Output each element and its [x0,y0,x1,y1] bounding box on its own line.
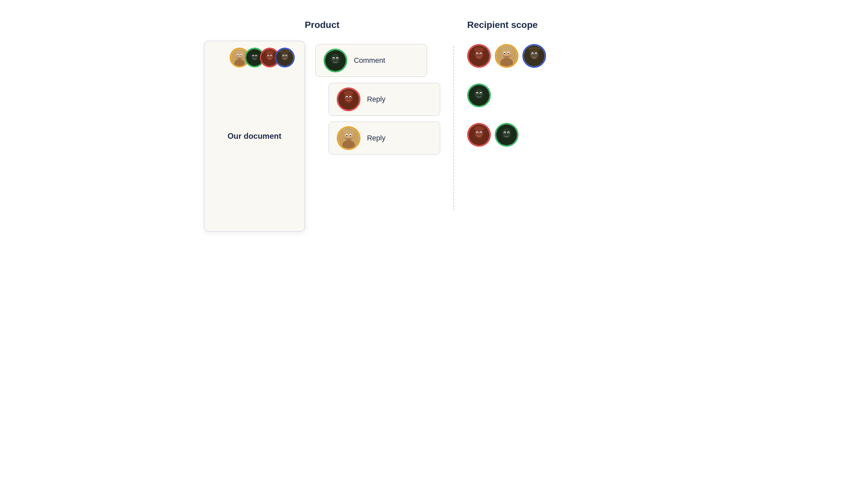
svg-point-72 [507,53,509,54]
svg-point-83 [474,89,484,99]
svg-point-31 [286,56,287,57]
page-container: Product [204,20,664,231]
comments-section: Comment [315,41,440,154]
svg-point-62 [476,54,478,55]
svg-point-30 [283,56,284,57]
svg-point-16 [251,51,258,55]
avatar-r2-1 [467,84,491,107]
svg-point-56 [343,128,354,134]
reply-card-2[interactable]: Reply [329,122,440,154]
avatar-r3-1 [467,123,491,147]
svg-point-75 [530,50,538,59]
document-card: Our document [204,41,305,231]
svg-point-95 [480,133,481,134]
recipient-row-3 [467,123,546,147]
svg-point-15 [256,56,256,57]
svg-point-46 [349,97,351,98]
svg-point-54 [346,135,347,136]
face-icon-f4 [276,49,293,66]
recipient-title: Recipient scope [467,20,538,30]
document-card-title: Our document [227,132,281,141]
svg-point-80 [535,54,536,55]
avatar-comment [323,49,347,72]
avatar-r1-1 [467,44,491,68]
recipient-row-2 [467,84,546,107]
svg-point-24 [266,50,274,54]
face-r3-1-icon [468,124,490,145]
section-divider [454,46,454,210]
face-comment-icon [325,50,346,71]
svg-point-88 [480,93,481,94]
face-r1-2-icon [496,46,517,66]
svg-point-14 [253,56,254,57]
product-title: Product [305,20,340,30]
avatar-r1-2 [495,44,519,68]
reply-card-1[interactable]: Reply [329,83,440,116]
recipient-rows [467,41,546,147]
comment-label: Comment [354,56,385,65]
svg-point-71 [504,53,505,54]
face-r2-1-icon [468,85,490,106]
svg-point-96 [474,126,484,131]
svg-point-64 [474,47,484,52]
face-reply1-icon [338,89,359,110]
avatar-doc-4 [275,48,295,67]
svg-point-102 [504,133,505,134]
avatar-reply-1 [337,87,361,111]
svg-point-23 [271,56,272,57]
avatar-r3-2 [495,123,519,147]
svg-point-55 [349,135,351,136]
avatar-r1-3 [522,44,546,68]
face-r1-3-icon [524,46,545,66]
svg-point-26 [282,52,288,60]
comment-card[interactable]: Comment [315,44,427,77]
recipient-row-1 [467,44,546,68]
svg-point-73 [501,46,512,52]
svg-point-8 [235,50,244,54]
svg-point-63 [480,54,481,55]
svg-point-34 [331,54,340,64]
svg-point-79 [532,54,533,55]
svg-point-38 [333,58,334,59]
svg-point-39 [336,58,338,59]
svg-point-94 [476,133,478,134]
face-r1-1-icon [468,46,490,66]
svg-point-87 [476,93,478,94]
document-wrapper: Our document [204,41,440,231]
reply-2-label: Reply [367,134,385,142]
svg-point-47 [344,90,353,95]
svg-point-6 [238,55,239,56]
document-avatars [230,48,295,67]
svg-point-98 [502,128,511,139]
recipient-section: Recipient scope [467,20,664,147]
face-r3-2-icon [496,124,517,145]
reply-1-label: Reply [367,95,385,104]
svg-point-103 [507,133,509,134]
face-reply2-icon [338,127,359,149]
product-section: Product [204,20,440,231]
svg-point-22 [268,56,269,57]
svg-point-7 [241,55,242,56]
avatar-reply-2 [337,126,361,150]
svg-point-45 [346,97,347,98]
